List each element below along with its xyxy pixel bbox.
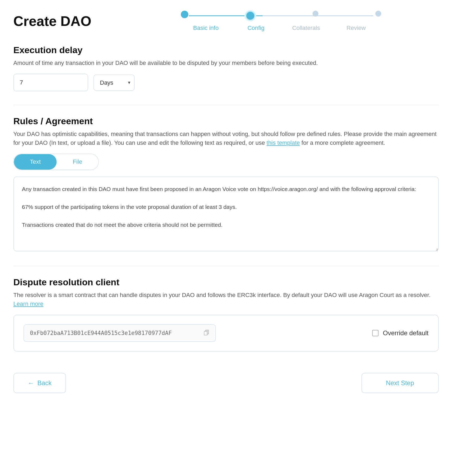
back-button[interactable]: ← Back xyxy=(13,373,66,393)
override-label: Override default xyxy=(383,329,428,337)
dispute-title: Dispute resolution client xyxy=(13,277,439,287)
rules-title: Rules / Agreement xyxy=(13,116,439,126)
unit-select-wrapper: Days Hours Minutes xyxy=(93,75,135,91)
step-dot-config xyxy=(245,11,255,21)
dispute-box: 🗍 Override default xyxy=(13,315,439,352)
next-step-button[interactable]: Next Step xyxy=(361,373,439,393)
execution-delay-desc: Amount of time any transaction in your D… xyxy=(13,58,439,67)
override-row: Override default xyxy=(372,329,428,337)
address-wrapper: 🗍 xyxy=(24,324,216,342)
override-checkbox[interactable] xyxy=(372,330,379,336)
back-label: Back xyxy=(37,379,52,387)
dispute-desc-text: The resolver is a smart contract that ca… xyxy=(13,292,431,298)
step-label-collaterals[interactable]: Collaterals xyxy=(281,25,331,32)
address-input[interactable] xyxy=(30,330,200,336)
copy-icon[interactable]: 🗍 xyxy=(204,330,209,337)
page-title: Create DAO xyxy=(13,13,91,29)
step-dot-collaterals xyxy=(313,11,318,17)
toggle-file-button[interactable]: File xyxy=(57,154,98,170)
stepper: Basic info Config Collaterals Review xyxy=(123,11,439,32)
template-link[interactable]: this template xyxy=(267,139,300,146)
step-label-config[interactable]: Config xyxy=(231,25,281,32)
execution-delay-title: Execution delay xyxy=(13,45,439,55)
execution-delay-input[interactable] xyxy=(13,74,88,91)
step-dot-basic-info xyxy=(181,11,188,18)
unit-select[interactable]: Days Hours Minutes xyxy=(93,75,135,91)
step-dot-review xyxy=(375,11,381,17)
footer: ← Back Next Step xyxy=(13,368,439,393)
learn-more-link[interactable]: Learn more xyxy=(13,301,44,307)
rules-textarea[interactable]: Any transaction created in this DAO must… xyxy=(13,177,439,251)
toggle-group: Text File xyxy=(13,154,99,170)
step-label-basic-info[interactable]: Basic info xyxy=(181,25,231,32)
dispute-desc: The resolver is a smart contract that ca… xyxy=(13,291,439,308)
rules-desc: Your DAO has optimistic capabilities, me… xyxy=(13,130,439,147)
step-label-review[interactable]: Review xyxy=(331,25,381,32)
rules-desc-suffix: for a more complete agreement. xyxy=(300,139,385,146)
rules-section: Rules / Agreement Your DAO has optimisti… xyxy=(13,116,439,252)
back-arrow-icon: ← xyxy=(28,379,34,387)
execution-delay-section: Execution delay Amount of time any trans… xyxy=(13,45,439,91)
toggle-text-button[interactable]: Text xyxy=(14,154,57,170)
dispute-section: Dispute resolution client The resolver i… xyxy=(13,277,439,352)
